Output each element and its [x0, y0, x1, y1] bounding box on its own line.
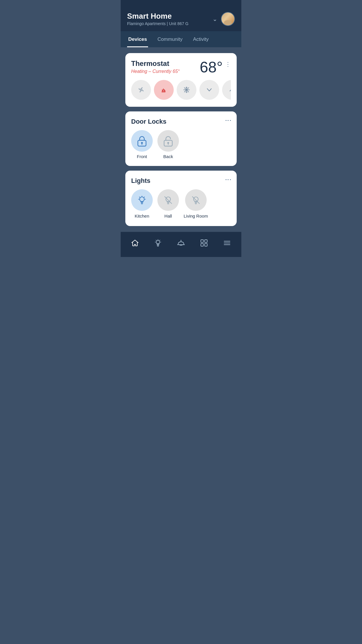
home-icon: [131, 239, 139, 247]
svg-point-27: [194, 197, 198, 202]
door-locks-menu-icon[interactable]: ⋮: [225, 117, 231, 124]
svg-rect-45: [201, 244, 203, 246]
bottom-nav: [121, 232, 241, 257]
svg-point-23: [166, 197, 171, 202]
tab-bar: Devices Community Activity: [121, 31, 241, 47]
nav-menu[interactable]: [219, 237, 235, 249]
svg-point-15: [140, 197, 144, 202]
menu-icon: [223, 239, 231, 247]
light-items: Kitchen Hall: [131, 189, 231, 219]
avatar[interactable]: [221, 12, 235, 26]
lights-menu-icon[interactable]: ⋮: [225, 176, 231, 183]
app-title: Smart Home: [127, 12, 189, 21]
svg-rect-46: [205, 244, 207, 246]
kitchen-light-label: Kitchen: [135, 213, 149, 219]
front-lock-item[interactable]: Front: [131, 130, 153, 159]
back-lock-item[interactable]: Back: [157, 130, 179, 159]
svg-line-19: [144, 197, 145, 197]
thermostat-menu-icon[interactable]: ⋮: [225, 61, 231, 67]
separator: |: [167, 21, 169, 26]
svg-line-21: [139, 197, 140, 197]
location-text: Flamingo Apartments: [127, 21, 166, 26]
unit-text: Unit 867 G: [169, 21, 189, 26]
svg-line-35: [160, 240, 160, 240]
door-locks-title: Door Locks: [131, 118, 231, 125]
nav-home[interactable]: [127, 237, 143, 249]
header-right: ⌄: [212, 12, 235, 26]
header-subtitle: Flamingo Apartments | Unit 867 G: [127, 21, 189, 26]
content-area: Thermostat Heating – Currently 65° 68° ⋮: [121, 47, 241, 232]
fan-button[interactable]: [131, 80, 151, 100]
back-lock-circle: [157, 130, 179, 152]
temp-increase-button[interactable]: [222, 80, 231, 100]
thermostat-controls: OFF: [131, 80, 231, 100]
nav-lights[interactable]: [150, 237, 166, 249]
kitchen-light-circle: [131, 189, 153, 211]
cool-button[interactable]: [177, 80, 196, 100]
svg-point-41: [180, 240, 181, 241]
svg-line-37: [156, 240, 156, 240]
lights-nav-icon: [154, 239, 162, 247]
svg-point-0: [140, 89, 142, 91]
thermostat-card: Thermostat Heating – Currently 65° 68° ⋮: [125, 53, 237, 107]
svg-point-31: [156, 240, 160, 244]
hall-light-item[interactable]: Hall: [157, 189, 179, 219]
thermostat-temperature: 68°: [200, 60, 223, 75]
living-room-light-circle: [185, 189, 207, 211]
chevron-down-icon[interactable]: ⌄: [212, 15, 217, 22]
thermostat-left: Thermostat Heating – Currently 65°: [131, 60, 180, 74]
kitchen-light-item[interactable]: Kitchen: [131, 189, 153, 219]
heat-button[interactable]: [154, 80, 174, 100]
thermostat-title: Thermostat: [131, 60, 180, 68]
living-room-light-label: Living Room: [184, 213, 208, 219]
front-lock-circle: [131, 130, 153, 152]
grid-icon: [200, 239, 208, 247]
lights-title: Lights: [131, 177, 231, 185]
nav-service[interactable]: [173, 237, 189, 249]
temp-decrease-button[interactable]: [199, 80, 219, 100]
nav-grid[interactable]: [196, 237, 212, 249]
svg-rect-44: [205, 240, 207, 242]
front-lock-label: Front: [137, 154, 147, 159]
thermostat-status: Heating – Currently 65°: [131, 69, 180, 74]
back-lock-label: Back: [163, 154, 173, 159]
lock-items: Front Back: [131, 130, 231, 159]
tab-community[interactable]: Community: [156, 31, 184, 47]
svg-rect-43: [201, 240, 203, 242]
service-icon: [177, 239, 185, 247]
hall-light-circle: [157, 189, 179, 211]
hall-light-label: Hall: [164, 213, 172, 219]
tab-devices[interactable]: Devices: [127, 31, 148, 47]
header: Smart Home Flamingo Apartments | Unit 86…: [121, 0, 241, 31]
tab-activity[interactable]: Activity: [192, 31, 210, 47]
header-title-group: Smart Home Flamingo Apartments | Unit 86…: [127, 12, 189, 26]
door-locks-card: Door Locks ⋮ Front: [125, 111, 237, 166]
living-room-light-item[interactable]: Living Room: [184, 189, 208, 219]
thermostat-header: Thermostat Heating – Currently 65° 68° ⋮: [131, 60, 231, 75]
lights-card: Lights ⋮ Kit: [125, 171, 237, 226]
